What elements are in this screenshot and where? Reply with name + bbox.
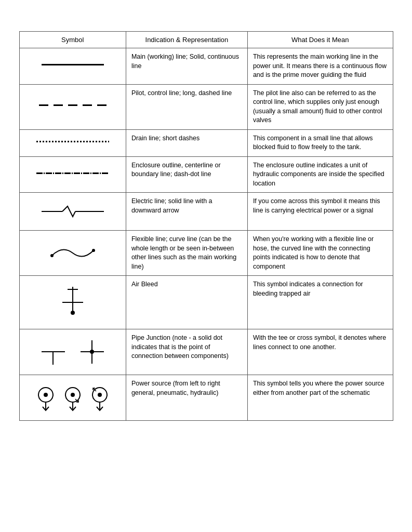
symbol-cell <box>19 193 126 231</box>
table-row: Pilot, control line; long, dashed line T… <box>19 84 393 129</box>
symbol-cell <box>19 375 126 421</box>
header-symbol: Symbol <box>19 32 126 48</box>
svg-point-12 <box>90 350 94 354</box>
svg-point-21 <box>98 393 102 397</box>
table-row: Enclosure outline, centerline or boundar… <box>19 156 393 193</box>
meaning-cell: This symbol indicates a connection for b… <box>247 276 393 329</box>
pipejunction-symbol <box>25 338 121 366</box>
symbol-cell <box>19 156 126 193</box>
symbol-cell <box>19 231 126 276</box>
table-row: Flexible line; curve line (can be the wh… <box>19 231 393 276</box>
header-indication: Indication & Representation <box>126 32 247 48</box>
indication-cell: Air Bleed <box>126 276 247 329</box>
indication-cell: Flexible line; curve line (can be the wh… <box>126 231 247 276</box>
indication-cell: Power source (from left to right general… <box>126 375 247 421</box>
meaning-cell: With the tee or cross symbol, it denotes… <box>247 329 393 375</box>
table-row: Main (working) line; Solid, continuous l… <box>19 48 393 85</box>
header-meaning: What Does it Mean <box>247 32 393 48</box>
table-row: Pipe Junction (note - a solid dot indica… <box>19 329 393 375</box>
dashed-line-symbol <box>39 104 107 106</box>
airbleed-symbol <box>25 284 121 321</box>
flexible-line-symbol <box>25 240 121 266</box>
svg-point-2 <box>50 254 54 257</box>
indication-cell: Pilot, control line; long, dashed line <box>126 84 247 129</box>
dotted-line-symbol <box>36 141 109 142</box>
table-row: Drain line; short dashes This component … <box>19 129 393 156</box>
meaning-cell: The pilot line also can be referred to a… <box>247 84 393 129</box>
indication-cell: Main (working) line; Solid, continuous l… <box>126 48 247 85</box>
svg-point-3 <box>92 249 95 252</box>
solid-line-symbol <box>42 64 104 65</box>
indication-cell: Drain line; short dashes <box>126 129 247 156</box>
symbol-cell <box>19 329 126 375</box>
table-row: Power source (from left to right general… <box>19 375 393 421</box>
meaning-cell: This component in a small line that allo… <box>247 129 393 156</box>
svg-point-14 <box>44 393 48 397</box>
indication-cell: Enclosure outline, centerline or boundar… <box>126 156 247 193</box>
meaning-cell: If you come across this symbol it means … <box>247 193 393 231</box>
meaning-cell: This symbol tells you where the power so… <box>247 375 393 421</box>
symbol-cell <box>19 129 126 156</box>
table-row: Electric line; solid line with a downwar… <box>19 193 393 231</box>
dashdot-line-symbol <box>36 172 109 174</box>
symbol-cell <box>19 48 126 85</box>
symbol-cell <box>19 84 126 129</box>
svg-point-17 <box>71 393 75 397</box>
electric-line-symbol <box>25 201 121 222</box>
table-row: Air Bleed This symbol indicates a connec… <box>19 276 393 329</box>
hydraulic-symbols-table: Symbol Indication & Representation What … <box>19 31 393 421</box>
symbol-cell <box>19 276 126 329</box>
power-source-symbol <box>25 383 121 412</box>
indication-cell: Electric line; solid line with a downwar… <box>126 193 247 231</box>
svg-point-7 <box>71 311 75 315</box>
indication-cell: Pipe Junction (note - a solid dot indica… <box>126 329 247 375</box>
meaning-cell: This represents the main working line in… <box>247 48 393 85</box>
meaning-cell: When you're working with a flexible line… <box>247 231 393 276</box>
meaning-cell: The enclosure outline indicates a unit o… <box>247 156 393 193</box>
